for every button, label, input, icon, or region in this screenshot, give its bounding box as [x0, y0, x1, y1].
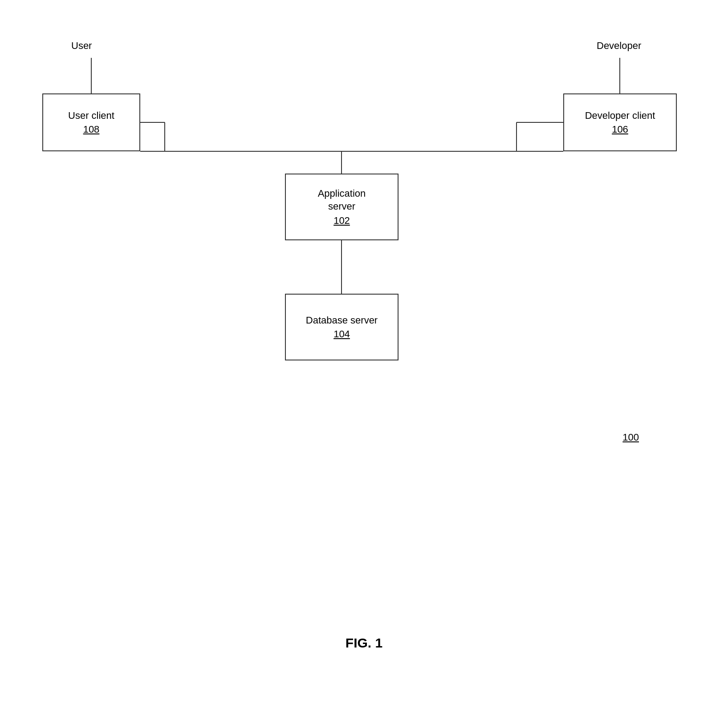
diagram-container: User Developer User client 108 Developer… — [0, 0, 728, 704]
user-client-box: User client 108 — [42, 93, 140, 151]
developer-client-label: Developer client — [585, 109, 655, 122]
database-server-box: Database server 104 — [285, 294, 399, 360]
database-server-label: Database server — [306, 314, 378, 327]
user-client-id: 108 — [83, 124, 100, 135]
figure-ref: 100 — [622, 432, 639, 443]
application-server-box: Application server 102 — [285, 174, 399, 240]
developer-client-id: 106 — [612, 124, 628, 135]
developer-client-box: Developer client 106 — [563, 93, 677, 151]
developer-title: Developer — [597, 40, 641, 52]
figure-label: FIG. 1 — [346, 635, 382, 651]
application-server-id: 102 — [333, 215, 350, 227]
application-server-label: Application server — [318, 187, 366, 213]
user-client-label: User client — [68, 109, 114, 122]
user-title: User — [71, 40, 92, 52]
database-server-id: 104 — [333, 328, 350, 340]
